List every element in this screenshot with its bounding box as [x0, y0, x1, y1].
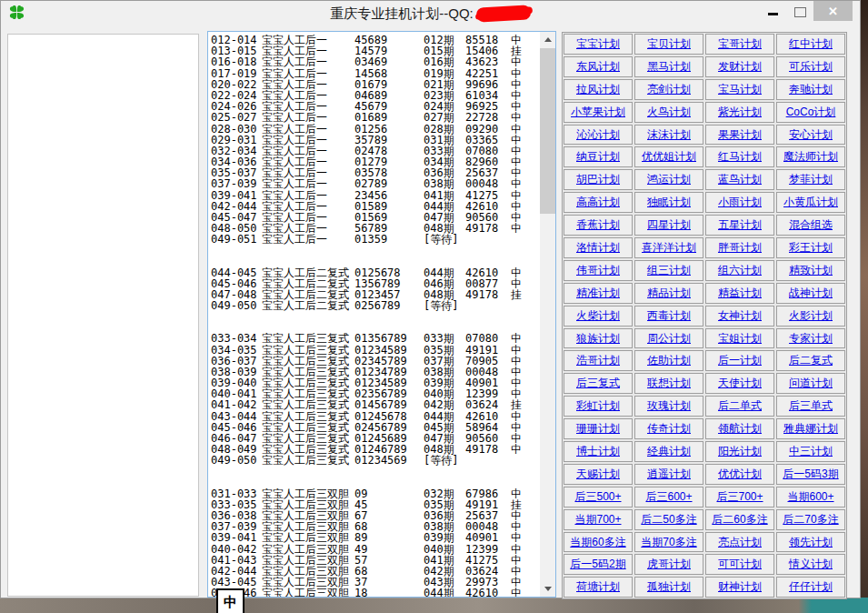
plan-link[interactable]: 周公计划 — [647, 331, 691, 347]
plan-link[interactable]: 问道计划 — [789, 376, 833, 391]
plan-link[interactable]: 香蕉计划 — [576, 217, 620, 233]
plan-link[interactable]: 小黄瓜计划 — [783, 195, 838, 210]
plan-link[interactable]: 宝姐计划 — [718, 331, 762, 347]
plan-link[interactable]: 亮点计划 — [718, 535, 762, 550]
plan-link[interactable]: 后二复式 — [789, 353, 833, 368]
plan-link[interactable]: 果果计划 — [718, 127, 762, 143]
plan-link[interactable]: 魔法师计划 — [783, 149, 838, 165]
plan-link[interactable]: 鸿运计划 — [647, 172, 691, 187]
titlebar[interactable]: 重庆专业挂机计划--QQ: ✕ — [1, 1, 860, 26]
plan-link[interactable]: 宝哥计划 — [718, 36, 762, 52]
plan-link[interactable]: 后二60多注 — [712, 512, 767, 528]
plan-link[interactable]: 领航计划 — [718, 421, 762, 437]
plan-link[interactable]: 独眠计划 — [647, 195, 691, 210]
plan-link[interactable]: 亮剑计划 — [647, 82, 691, 97]
close-button[interactable]: ✕ — [813, 1, 853, 21]
plan-link[interactable]: 精致计划 — [789, 263, 833, 278]
plan-link[interactable]: 混合组选 — [789, 217, 833, 233]
plan-link[interactable]: 可可计划 — [718, 557, 762, 572]
scroll-down-button[interactable] — [540, 581, 555, 597]
plan-link[interactable]: 珊珊计划 — [576, 421, 620, 437]
plan-link[interactable]: 奔驰计划 — [789, 82, 833, 97]
plan-link[interactable]: 天赐计划 — [576, 467, 620, 482]
plan-link[interactable]: 精准计划 — [576, 286, 620, 301]
plan-link[interactable]: 中三计划 — [789, 444, 833, 459]
plan-link[interactable]: 沁沁计划 — [576, 127, 620, 143]
plan-link[interactable]: 当期700+ — [574, 512, 621, 528]
plan-link[interactable]: CoCo计划 — [786, 105, 836, 120]
plan-link[interactable]: 拉风计划 — [576, 82, 620, 97]
plan-link[interactable]: 精益计划 — [718, 286, 762, 301]
plan-link[interactable]: 发财计划 — [718, 59, 762, 75]
plan-link[interactable]: 组六计划 — [718, 263, 762, 278]
plan-link[interactable]: 后一5码3期 — [783, 467, 838, 482]
plan-link[interactable]: 东风计划 — [576, 59, 620, 75]
plan-link[interactable]: 优优计划 — [718, 467, 762, 482]
plan-link[interactable]: 女神计划 — [718, 308, 762, 324]
plan-link[interactable]: 雅典娜计划 — [783, 421, 838, 437]
plan-link[interactable]: 后二70多注 — [783, 512, 838, 528]
plan-link[interactable]: 战神计划 — [789, 286, 833, 301]
log-scrollbar[interactable] — [540, 32, 555, 597]
minimize-button[interactable] — [759, 1, 786, 21]
plan-link[interactable]: 后二50多注 — [641, 512, 696, 528]
plan-link[interactable]: 彩王计划 — [789, 240, 833, 256]
plan-link[interactable]: 后三700+ — [716, 489, 763, 505]
plan-link[interactable]: 纳豆计划 — [576, 149, 620, 165]
plan-link[interactable]: 安心计划 — [789, 127, 833, 143]
plan-link[interactable]: 紫光计划 — [718, 105, 762, 120]
plan-link[interactable]: 佐助计划 — [647, 353, 691, 368]
scrollbar-thumb[interactable] — [540, 48, 555, 214]
plan-link[interactable]: 传奇计划 — [647, 421, 691, 437]
plan-link[interactable]: 博士计划 — [576, 444, 620, 459]
plan-link[interactable]: 当期70多注 — [641, 535, 696, 550]
plan-link[interactable]: 天使计划 — [718, 376, 762, 391]
plan-link[interactable]: 玫瑰计划 — [647, 398, 691, 414]
plan-link[interactable]: 小雨计划 — [718, 195, 762, 210]
plan-link[interactable]: 胡巴计划 — [576, 172, 620, 187]
plan-link[interactable]: 狼族计划 — [576, 331, 620, 347]
plan-link[interactable]: 领先计划 — [789, 535, 833, 550]
plan-link[interactable]: 当期600+ — [787, 489, 833, 505]
plan-link[interactable]: 高高计划 — [576, 195, 620, 210]
plan-link[interactable]: 经典计划 — [647, 444, 691, 459]
plan-link[interactable]: 红中计划 — [789, 36, 833, 52]
plan-link[interactable]: 可乐计划 — [789, 59, 833, 75]
plan-link[interactable]: 胖哥计划 — [718, 240, 762, 256]
plan-link[interactable]: 西毒计划 — [647, 308, 691, 324]
plan-link[interactable]: 火鸟计划 — [647, 105, 691, 120]
plan-link[interactable]: 孤独计划 — [647, 579, 691, 595]
plan-link[interactable]: 蓝鸟计划 — [718, 172, 762, 187]
plan-link[interactable]: 梦菲计划 — [789, 172, 833, 187]
plan-link[interactable]: 火柴计划 — [576, 308, 620, 324]
plan-link[interactable]: 当期60多注 — [570, 535, 625, 550]
plan-link[interactable]: 后三500+ — [574, 489, 621, 505]
plan-link[interactable]: 红马计划 — [718, 149, 762, 165]
plan-link[interactable]: 浩哥计划 — [576, 353, 620, 368]
plan-link[interactable]: 仔仔计划 — [789, 579, 833, 595]
plan-link[interactable]: 黑马计划 — [647, 59, 691, 75]
plan-link[interactable]: 后一计划 — [718, 353, 762, 368]
plan-link[interactable]: 联想计划 — [647, 376, 691, 391]
plan-link[interactable]: 财神计划 — [718, 579, 762, 595]
plan-link[interactable]: 喜洋洋计划 — [642, 240, 696, 256]
plan-link[interactable]: 组三计划 — [647, 263, 691, 278]
maximize-button[interactable] — [786, 1, 813, 21]
plan-link[interactable]: 宝马计划 — [718, 82, 762, 97]
plan-log-textarea[interactable]: 012-014宝宝人工后一45689012期85518中013-015宝宝人工后… — [207, 31, 556, 598]
result-list-panel[interactable] — [7, 34, 199, 597]
plan-link[interactable]: 虎哥计划 — [647, 557, 691, 572]
plan-link[interactable]: 精品计划 — [647, 286, 691, 301]
plan-link[interactable]: 沫沫计划 — [647, 127, 691, 143]
plan-link[interactable]: 四星计划 — [647, 217, 691, 233]
plan-link[interactable]: 专家计划 — [789, 331, 833, 347]
plan-link[interactable]: 后三单式 — [789, 398, 833, 414]
plan-link[interactable]: 火影计划 — [789, 308, 833, 324]
plan-link[interactable]: 情义计划 — [789, 557, 833, 572]
plan-link[interactable]: 五星计划 — [718, 217, 762, 233]
plan-link[interactable]: 阳光计划 — [718, 444, 762, 459]
plan-link[interactable]: 小苹果计划 — [571, 105, 625, 120]
plan-link[interactable]: 后一5码2期 — [570, 557, 625, 572]
plan-link[interactable]: 彩虹计划 — [576, 398, 620, 414]
plan-link[interactable]: 洛情计划 — [576, 240, 620, 256]
